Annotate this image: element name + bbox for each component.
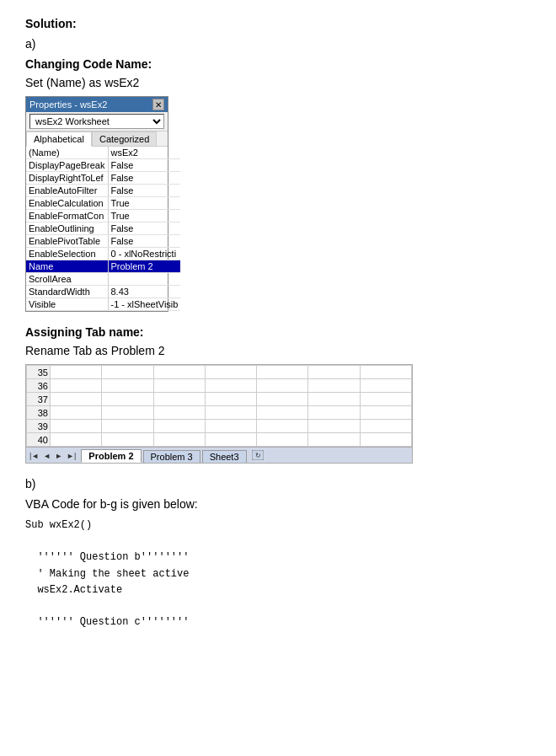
prop-key: Name <box>26 260 108 273</box>
cell[interactable] <box>51 420 102 433</box>
cell[interactable] <box>153 433 205 447</box>
cell[interactable] <box>308 393 360 406</box>
cell[interactable] <box>51 393 102 406</box>
prop-value: False <box>108 159 180 172</box>
cell[interactable] <box>308 406 360 420</box>
tab-categorized[interactable]: Categorized <box>92 131 157 146</box>
row-number: 38 <box>27 406 51 420</box>
table-row: StandardWidth8.43 <box>26 286 180 298</box>
row-number: 37 <box>27 393 51 406</box>
cell[interactable] <box>360 379 411 393</box>
cell[interactable] <box>153 406 205 420</box>
table-row: DisplayPageBreakFalse <box>26 159 180 172</box>
cell[interactable] <box>257 406 308 420</box>
cell[interactable] <box>205 433 256 447</box>
cell[interactable] <box>308 420 360 433</box>
cell[interactable] <box>51 406 102 420</box>
nav-next[interactable]: ► <box>53 452 64 460</box>
cell[interactable] <box>257 366 308 379</box>
cell[interactable] <box>153 393 205 406</box>
tab-scroll-icon: ↻ <box>252 450 264 462</box>
prop-value: False <box>108 172 180 185</box>
cell[interactable] <box>360 366 411 379</box>
cell[interactable] <box>102 406 153 420</box>
table-row: 37 <box>27 393 412 406</box>
prop-key: ScrollArea <box>26 273 108 286</box>
cell[interactable] <box>205 379 256 393</box>
cell[interactable] <box>257 379 308 393</box>
cell[interactable] <box>205 406 256 420</box>
part-a-label: a) <box>25 37 531 51</box>
cell[interactable] <box>51 366 102 379</box>
nav-prev[interactable]: ◄ <box>41 452 52 460</box>
cell[interactable] <box>257 393 308 406</box>
prop-value: True <box>108 197 180 210</box>
table-row: 36 <box>27 379 412 393</box>
prop-key: EnableOutlining <box>26 223 108 235</box>
cell[interactable] <box>360 406 411 420</box>
cell[interactable] <box>360 433 411 447</box>
properties-title-bar: Properties - wsEx2 ✕ <box>26 97 168 112</box>
cell[interactable] <box>205 366 256 379</box>
table-row: EnablePivotTableFalse <box>26 235 180 248</box>
prop-key: Visible <box>26 298 108 311</box>
tab-alphabetical[interactable]: Alphabetical <box>26 131 92 147</box>
table-row: 35 <box>27 366 412 379</box>
part-b-label: b) <box>25 477 531 491</box>
prop-value: wsEx2 <box>108 147 180 159</box>
cell[interactable] <box>360 420 411 433</box>
prop-key: (Name) <box>26 147 108 159</box>
sheet-tab[interactable]: Problem 3 <box>143 450 200 463</box>
nav-first[interactable]: |◄ <box>28 452 40 460</box>
cell[interactable] <box>153 366 205 379</box>
table-row: 39 <box>27 420 412 433</box>
prop-key: EnableCalculation <box>26 197 108 210</box>
vba-intro: VBA Code for b-g is given below: <box>25 497 531 511</box>
properties-tabs: Alphabetical Categorized <box>26 131 168 147</box>
cell[interactable] <box>51 379 102 393</box>
cell[interactable] <box>153 379 205 393</box>
assigning-tab-label: Assigning Tab name: <box>25 325 531 339</box>
cell[interactable] <box>102 393 153 406</box>
prop-key: StandardWidth <box>26 286 108 298</box>
sheet-grid: 353637383940 <box>26 365 412 447</box>
cell[interactable] <box>102 366 153 379</box>
cell[interactable] <box>257 420 308 433</box>
cell[interactable] <box>205 393 256 406</box>
cell[interactable] <box>360 393 411 406</box>
cell[interactable] <box>257 433 308 447</box>
cell[interactable] <box>308 433 360 447</box>
cell[interactable] <box>102 420 153 433</box>
table-row: Visible-1 - xlSheetVisib <box>26 298 180 311</box>
properties-dropdown-row: wsEx2 Worksheet <box>26 112 168 131</box>
table-row: EnableCalculationTrue <box>26 197 180 210</box>
prop-value: -1 - xlSheetVisib <box>108 298 180 311</box>
cell[interactable] <box>308 379 360 393</box>
table-row: NameProblem 2 <box>26 260 180 273</box>
table-row: 38 <box>27 406 412 420</box>
table-row: DisplayRightToLefFalse <box>26 172 180 185</box>
worksheet-dropdown[interactable]: wsEx2 Worksheet <box>29 114 164 129</box>
nav-last[interactable]: ►| <box>65 452 78 460</box>
prop-value: 0 - xlNoRestricti <box>108 248 180 260</box>
cell[interactable] <box>51 433 102 447</box>
properties-close-button[interactable]: ✕ <box>152 99 164 110</box>
prop-key: EnableFormatCon <box>26 210 108 223</box>
sheet-tab[interactable]: Sheet3 <box>202 450 247 463</box>
changing-code-name-label: Changing Code Name: <box>25 57 531 71</box>
prop-value: True <box>108 210 180 223</box>
cell[interactable] <box>308 366 360 379</box>
sheet-tabs-container: Problem 2Problem 3Sheet3 <box>81 449 248 463</box>
table-row: EnableSelection0 - xlNoRestricti <box>26 248 180 260</box>
cell[interactable] <box>102 433 153 447</box>
cell[interactable] <box>153 420 205 433</box>
prop-value: False <box>108 223 180 235</box>
prop-value: False <box>108 235 180 248</box>
row-number: 35 <box>27 366 51 379</box>
prop-key: DisplayRightToLef <box>26 172 108 185</box>
row-number: 36 <box>27 379 51 393</box>
prop-key: DisplayPageBreak <box>26 159 108 172</box>
cell[interactable] <box>205 420 256 433</box>
cell[interactable] <box>102 379 153 393</box>
sheet-tab[interactable]: Problem 2 <box>81 449 141 463</box>
